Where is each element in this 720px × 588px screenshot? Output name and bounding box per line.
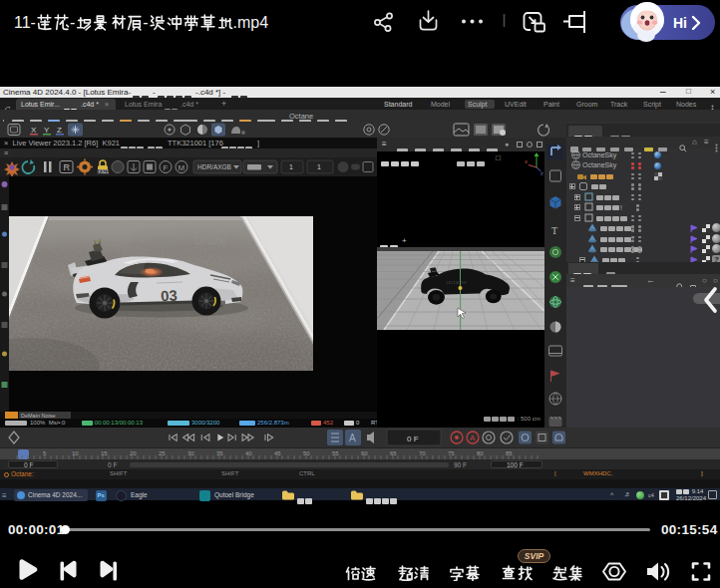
svg-text:K921: K921 — [99, 169, 110, 174]
svg-text:Hi: Hi — [673, 15, 687, 31]
svg-text:X: X — [31, 126, 37, 135]
svg-text:M: M — [179, 163, 185, 172]
svg-text:Octane: Octane — [194, 235, 227, 246]
svg-text:F: F — [164, 163, 169, 172]
svg-text:1: 1 — [289, 163, 293, 170]
svg-text:Y: Y — [44, 126, 50, 135]
svg-text:R: R — [64, 162, 71, 172]
svg-text:1: 1 — [317, 163, 321, 170]
svg-text:HDR/AXGB: HDR/AXGB — [197, 163, 231, 170]
svg-text:Z: Z — [57, 126, 62, 135]
svg-text:03: 03 — [160, 286, 178, 304]
